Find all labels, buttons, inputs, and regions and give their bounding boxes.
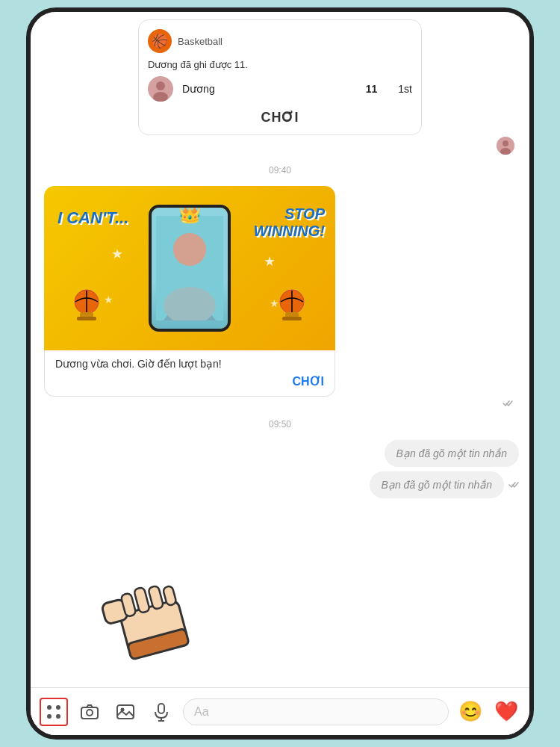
- score-info: Dương đã ghi được 11.: [148, 59, 412, 70]
- camera-button[interactable]: [75, 698, 104, 726]
- svg-rect-28: [117, 705, 134, 719]
- play-button-center[interactable]: CHƠI: [148, 109, 412, 125]
- read-receipt-winner: [41, 400, 513, 409]
- winner-card-body: Dương vừa chơi. Giờ đến lượt bạn! CHƠI: [44, 350, 335, 397]
- timestamp-0950: 09:50: [41, 419, 519, 430]
- bottom-toolbar: Aa 😊 ❤️: [31, 687, 529, 735]
- winner-image-inner: I CAN'T... STOPWINNING! ★ ★ ★ ★ 👑: [44, 186, 335, 350]
- own-message-row-2: Bạn đã gõ một tin nhắn: [370, 471, 519, 498]
- heart-icon: ❤️: [494, 700, 518, 723]
- player-avatar: [148, 76, 173, 102]
- winner-image: I CAN'T... STOPWINNING! ★ ★ ★ ★ 👑: [44, 186, 335, 350]
- game-title: Basketball: [178, 36, 223, 47]
- win-text-left: I CAN'T...: [57, 208, 128, 227]
- emoji-icon: 😊: [458, 700, 482, 723]
- winner-card: I CAN'T... STOPWINNING! ★ ★ ★ ★ 👑: [44, 186, 335, 397]
- message-list: 🏀 Basketball Dương đã ghi được 11. Dương…: [31, 12, 529, 687]
- basketball-icon: 🏀: [148, 29, 172, 53]
- svg-point-22: [47, 705, 52, 710]
- svg-point-1: [156, 81, 165, 90]
- own-message-2: Bạn đã gõ một tin nhắn: [370, 471, 504, 498]
- star-tl: ★: [111, 246, 123, 262]
- game-card-header: 🏀 Basketball: [148, 29, 412, 53]
- game-card-top: 🏀 Basketball Dương đã ghi được 11. Dương…: [138, 19, 422, 135]
- score-row: Dương 11 1st: [148, 76, 412, 102]
- heart-button[interactable]: ❤️: [492, 698, 520, 726]
- image-button[interactable]: [111, 698, 140, 726]
- player-name: Dương: [182, 83, 357, 95]
- svg-point-7: [173, 233, 206, 266]
- emoji-button[interactable]: 😊: [456, 698, 485, 726]
- crown-icon: 👑: [178, 205, 202, 225]
- svg-point-25: [56, 714, 60, 719]
- svg-point-23: [56, 705, 60, 710]
- play-button-winner[interactable]: CHƠI: [55, 374, 324, 388]
- trophy-left: [66, 287, 108, 328]
- own-message-1: Bạn đã gõ một tin nhắn: [385, 440, 519, 467]
- winner-card-text: Dương vừa chơi. Giờ đến lượt bạn!: [55, 358, 324, 370]
- trophy-right: [272, 287, 313, 328]
- player-score: 11: [366, 83, 378, 95]
- person-photo: [152, 208, 228, 329]
- star-tr: ★: [264, 253, 276, 270]
- svg-point-4: [503, 140, 508, 146]
- svg-rect-30: [158, 704, 164, 713]
- player-rank: 1st: [398, 83, 412, 95]
- svg-point-27: [87, 710, 93, 716]
- svg-point-24: [47, 714, 52, 719]
- inner-phone: 👑: [149, 205, 231, 332]
- own-message-row-1: Bạn đã gõ một tin nhắn: [385, 440, 519, 467]
- phone-frame: 🏀 Basketball Dương đã ghi được 11. Dương…: [26, 7, 534, 740]
- timestamp-0940: 09:40: [41, 165, 519, 176]
- svg-rect-11: [77, 317, 96, 320]
- svg-rect-14: [282, 317, 302, 320]
- grid-button[interactable]: [40, 698, 68, 726]
- text-input[interactable]: Aa: [183, 698, 449, 725]
- sender-avatar-small: [497, 137, 514, 155]
- input-placeholder: Aa: [194, 705, 209, 719]
- double-check-icon: [508, 481, 519, 489]
- own-messages: Bạn đã gõ một tin nhắn Bạn đã gõ một tin…: [41, 440, 519, 498]
- mic-button[interactable]: [147, 698, 175, 726]
- chat-area: 🏀 Basketball Dương đã ghi được 11. Dương…: [31, 12, 529, 735]
- win-text-right: STOPWINNING!: [253, 205, 325, 240]
